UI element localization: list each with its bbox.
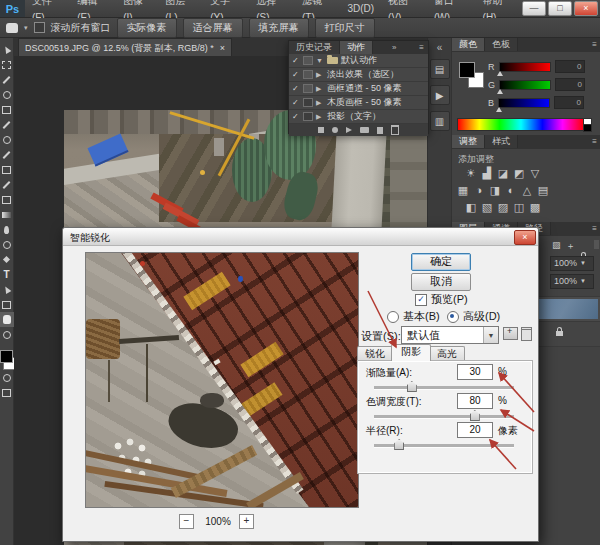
posterize-icon[interactable]: ▧: [480, 201, 494, 214]
action-row[interactable]: ✓ ▶ 画框通道 - 50 像素: [289, 82, 428, 96]
color-lookup-icon[interactable]: ▤: [536, 184, 550, 197]
channel-mixer-icon[interactable]: △: [520, 184, 534, 197]
radius-slider[interactable]: [374, 444, 514, 448]
advanced-radio[interactable]: [447, 311, 459, 323]
screen-mode-button[interactable]: [0, 385, 14, 400]
tab-history[interactable]: 历史记录: [289, 41, 340, 54]
panel-menu-icon[interactable]: ≡: [588, 135, 600, 149]
tonal-width-slider[interactable]: [374, 415, 514, 419]
dialog-close-button[interactable]: ×: [514, 230, 536, 245]
check-icon[interactable]: ✓: [292, 84, 300, 93]
color-balance-icon[interactable]: ◑: [472, 184, 486, 197]
action-row-default-set[interactable]: ✓ ▼ 默认动作: [289, 54, 428, 68]
delete-settings-icon[interactable]: [521, 327, 532, 341]
quick-mask-button[interactable]: [0, 370, 14, 385]
modal-toggle-icon[interactable]: [303, 56, 313, 65]
ok-button[interactable]: 确定: [411, 253, 471, 271]
cancel-button[interactable]: 取消: [411, 273, 471, 291]
record-icon[interactable]: [332, 127, 338, 133]
menu-3d[interactable]: 3D(D): [340, 0, 381, 17]
preview-zoom-in-button[interactable]: +: [239, 514, 254, 529]
lasso-tool[interactable]: [0, 72, 14, 87]
collapsed-icon[interactable]: ▶: [316, 71, 324, 79]
radius-input[interactable]: 20: [457, 422, 493, 438]
slider-thumb[interactable]: [394, 439, 404, 450]
color-spectrum-bar[interactable]: [457, 118, 585, 131]
modal-toggle-icon[interactable]: [303, 98, 313, 107]
actual-pixels-button[interactable]: 实际像素: [117, 18, 177, 38]
red-slider[interactable]: [499, 62, 551, 72]
gradient-tool[interactable]: [0, 207, 14, 222]
tab-styles[interactable]: 样式: [485, 135, 518, 148]
stop-icon[interactable]: [318, 127, 324, 133]
crop-tool[interactable]: [0, 102, 14, 117]
color-swatches[interactable]: [0, 350, 14, 370]
dropdown-icon[interactable]: ▼: [483, 327, 498, 343]
healing-tool[interactable]: [0, 132, 14, 147]
hue-saturation-icon[interactable]: ▦: [456, 184, 470, 197]
eraser-tool[interactable]: [0, 192, 14, 207]
check-icon[interactable]: ✓: [292, 56, 300, 65]
curves-icon[interactable]: ◪: [496, 167, 510, 180]
eyedropper-tool[interactable]: [0, 117, 14, 132]
actions-panel-icon[interactable]: ▶: [430, 85, 450, 105]
tab-adjustments[interactable]: 调整: [452, 135, 485, 148]
channel-value[interactable]: 0: [554, 96, 584, 109]
collapse-dock-icon[interactable]: «: [437, 42, 443, 53]
modal-toggle-icon[interactable]: [303, 70, 313, 79]
dropdown-icon[interactable]: ▼: [580, 257, 586, 270]
slider-thumb[interactable]: [497, 71, 503, 76]
close-button[interactable]: ×: [574, 1, 598, 16]
scroll-all-windows-checkbox[interactable]: [34, 22, 45, 33]
vibrance-icon[interactable]: ▽: [528, 167, 542, 180]
dropdown-icon[interactable]: ▼: [580, 275, 586, 288]
selective-color-icon[interactable]: ▩: [528, 201, 542, 214]
brush-tool[interactable]: [0, 147, 14, 162]
marquee-tool[interactable]: [0, 57, 14, 72]
trash-icon[interactable]: [391, 125, 399, 135]
black-white-icon[interactable]: ◨: [488, 184, 502, 197]
tool-preset-caret-icon[interactable]: ▾: [24, 24, 28, 32]
action-row[interactable]: ✓ ▶ 木质画框 - 50 像素: [289, 96, 428, 110]
shape-tool[interactable]: [0, 297, 14, 312]
check-icon[interactable]: ✓: [292, 98, 300, 107]
hand-tool[interactable]: [0, 312, 14, 327]
type-tool[interactable]: T: [0, 267, 14, 282]
blue-slider[interactable]: [498, 98, 550, 108]
foreground-color-swatch[interactable]: [459, 62, 475, 78]
basic-radio[interactable]: [387, 311, 399, 323]
exposure-icon[interactable]: ◩: [512, 167, 526, 180]
panel-menu-icon[interactable]: ≡: [415, 41, 428, 54]
lock-extra-icon[interactable]: [594, 240, 599, 249]
blur-tool[interactable]: [0, 222, 14, 237]
action-row[interactable]: ✓ ▶ 投影（文字）: [289, 110, 428, 124]
tab-swatches[interactable]: 色板: [485, 38, 518, 51]
slider-thumb[interactable]: [496, 107, 502, 112]
channel-value[interactable]: 0: [555, 60, 585, 73]
slider-thumb[interactable]: [497, 89, 503, 94]
clone-stamp-tool[interactable]: [0, 162, 14, 177]
opacity-value[interactable]: 100% ▼: [550, 256, 594, 271]
panel-menu-icon[interactable]: ≡: [588, 222, 600, 236]
minimize-button[interactable]: —: [522, 1, 546, 16]
fit-screen-button[interactable]: 适合屏幕: [183, 18, 243, 38]
green-slider[interactable]: [499, 80, 551, 90]
info-panel-icon[interactable]: ▤: [430, 59, 450, 79]
panel-color-swatches[interactable]: [459, 62, 485, 88]
fade-amount-input[interactable]: 30: [457, 364, 493, 380]
invert-icon[interactable]: ◧: [464, 201, 478, 214]
tab-color[interactable]: 颜色: [452, 38, 485, 51]
tab-sharpen[interactable]: 锐化: [357, 346, 393, 361]
dodge-tool[interactable]: [0, 237, 14, 252]
settings-dropdown[interactable]: 默认值 ▼: [401, 326, 499, 344]
photo-filter-icon[interactable]: ◐: [504, 184, 518, 197]
check-icon[interactable]: ✓: [292, 70, 300, 79]
threshold-icon[interactable]: ▨: [496, 201, 510, 214]
print-size-button[interactable]: 打印尺寸: [315, 18, 375, 38]
panel-menu-icon[interactable]: ≡: [588, 38, 600, 52]
quick-select-tool[interactable]: [0, 87, 14, 102]
preview-image[interactable]: [85, 252, 359, 508]
collapsed-icon[interactable]: ▶: [316, 113, 324, 121]
brightness-contrast-icon[interactable]: ☀: [464, 167, 478, 180]
move-tool[interactable]: [0, 42, 14, 57]
